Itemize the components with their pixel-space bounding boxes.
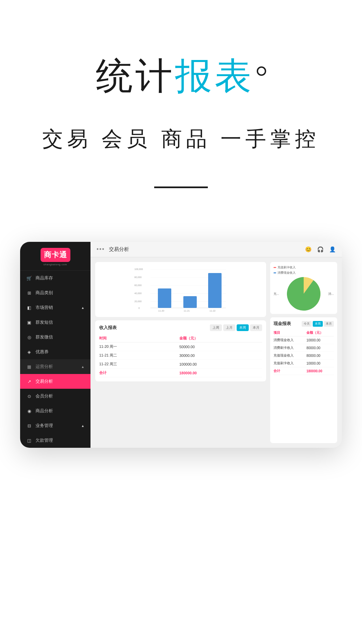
sidebar-item-ops[interactable]: ▦ 运营分析 ▲ (20, 359, 90, 374)
topbar-icons: 😊 🎧 👤 (305, 246, 336, 253)
cash-tab-week[interactable]: 本周 (313, 321, 323, 327)
cell-amount: 30000.00 (179, 351, 262, 360)
bar-chart-svg: 100,000 80,000 60,000 40,000 20,000 0 (99, 266, 262, 313)
svg-text:80,000: 80,000 (134, 276, 142, 278)
cash-tab-group: 今天 本周 本月 (302, 321, 334, 327)
cell-amount: 10000.00 (306, 360, 334, 367)
content-area: 100,000 80,000 60,000 40,000 20,000 0 (90, 257, 342, 448)
tab-last-week[interactable]: 上周 (210, 324, 222, 331)
sidebar-item-coupon[interactable]: ◈ 优惠券 (20, 344, 90, 359)
sidebar-item-label: 业务管理 (36, 423, 53, 429)
menu-dots-icon[interactable]: ••• (97, 246, 105, 253)
income-tab-group: 上周 上月 本周 本月 (210, 324, 262, 331)
legend-label-consume: 消费现金收入 (278, 271, 296, 275)
left-panel: 100,000 80,000 60,000 40,000 20,000 0 (95, 262, 266, 443)
table-row: 11-21 周二 30000.00 (99, 351, 262, 360)
biz-icon: ⊟ (26, 423, 32, 429)
sidebar-item-label: 交易分析 (36, 378, 53, 384)
chevron-up-icon: ▲ (81, 306, 84, 310)
sidebar-item-debt[interactable]: ◫ 欠款管理 (20, 433, 90, 448)
cell-total-label: 合计 (99, 369, 179, 377)
cell-amount: 100000.00 (179, 360, 262, 369)
sidebar-item-goods-analysis[interactable]: ◉ 商品分析 (20, 404, 90, 418)
smile-icon[interactable]: 😊 (305, 246, 312, 253)
logo-text-main: 商卡通 (44, 250, 67, 260)
bar-chart-area: 100,000 80,000 60,000 40,000 20,000 0 (99, 266, 262, 313)
pie-legend: 充值刷卡收入 消费现金收入 (274, 265, 334, 275)
sidebar-item-sms[interactable]: ▣ 群发短信 (20, 315, 90, 330)
income-report-title: 收入报表 (99, 325, 117, 331)
svg-text:20,000: 20,000 (134, 300, 142, 303)
user-icon[interactable]: 👤 (329, 246, 336, 253)
pie-chart-card: 充值刷卡收入 消费现金收入 充... (270, 262, 337, 314)
sidebar-item-goods-category[interactable]: ⊞ 商品类别 (20, 285, 90, 300)
legend-item-consume: 消费现金收入 (274, 271, 334, 275)
debt-icon: ◫ (26, 437, 32, 443)
tab-this-week[interactable]: 本周 (237, 324, 249, 331)
member-icon: ⊙ (26, 393, 32, 399)
chart-icon: ▦ (26, 364, 32, 370)
sidebar-item-label: 群发微信 (36, 334, 53, 340)
cell-date: 11-21 周二 (99, 351, 179, 360)
table-row: 消费现金收入 10000.00 (274, 336, 334, 344)
hero-subtitle: 交易 会员 商品 一手掌控 (0, 125, 362, 153)
svg-text:100,000: 100,000 (134, 268, 143, 270)
hero-section: 统计报表 交易 会员 商品 一手掌控 (0, 0, 362, 228)
sidebar-item-goods-inventory[interactable]: 🛒 商品库存 (20, 271, 90, 285)
sidebar-item-label: 会员分析 (36, 393, 53, 399)
table-row: 充值现金收入 80000.00 (274, 352, 334, 360)
svg-rect-14 (208, 273, 222, 308)
topbar: ••• 交易分析 😊 🎧 👤 (90, 242, 342, 257)
svg-text:0: 0 (138, 307, 140, 309)
cell-total-value: 180000.00 (306, 367, 334, 375)
hero-dot-icon (257, 66, 266, 76)
hero-title: 统计报表 (0, 54, 362, 98)
sidebar-item-biz[interactable]: ⊟ 业务管理 ▲ (20, 418, 90, 433)
dashboard-container: 商卡通 shangkatong.com 🛒 商品库存 ⊞ 商品类别 ◧ 市场营销… (20, 242, 342, 448)
income-report-card: 收入报表 上周 上月 本周 本月 时间 (95, 320, 266, 381)
cell-item: 充值刷卡收入 (274, 360, 306, 367)
col-amount: 金额（元） (306, 329, 334, 336)
svg-rect-12 (158, 288, 171, 308)
sidebar-item-label: 商品库存 (36, 275, 53, 281)
cell-date: 11-22 周三 (99, 360, 179, 369)
svg-text:11-20: 11-20 (158, 310, 164, 312)
report-header: 收入报表 上周 上月 本周 本月 (99, 324, 262, 331)
pie-label-left: 充... (274, 292, 279, 296)
col-amount: 金额（元） (179, 334, 262, 342)
hero-title-part1: 统计 (96, 55, 175, 96)
tab-this-month[interactable]: 本月 (250, 324, 262, 331)
sidebar-item-label: 群发短信 (36, 319, 53, 325)
sidebar-item-label: 欠款管理 (36, 437, 53, 443)
cash-tab-month[interactable]: 本月 (324, 321, 334, 327)
sidebar-item-market[interactable]: ◧ 市场营销 ▲ (20, 300, 90, 315)
hero-divider (154, 186, 208, 188)
svg-text:60,000: 60,000 (134, 284, 142, 286)
col-item: 项目 (274, 329, 306, 336)
sidebar-logo: 商卡通 shangkatong.com (20, 242, 90, 271)
dashboard-wrapper: 商卡通 shangkatong.com 🛒 商品库存 ⊞ 商品类别 ◧ 市场营销… (0, 228, 362, 475)
sidebar-item-label: 商品类别 (36, 290, 53, 296)
sidebar-item-trade[interactable]: ↗ 交易分析 (20, 374, 90, 389)
cash-tab-today[interactable]: 今天 (302, 321, 312, 327)
table-total-row: 合计 180000.00 (274, 367, 334, 375)
cash-report-header: 现金报表 今天 本周 本月 (274, 321, 334, 327)
cell-item: 消费刷卡收入 (274, 344, 306, 352)
headphone-icon[interactable]: 🎧 (317, 246, 324, 253)
shop-icon: 🛒 (26, 275, 32, 281)
hero-title-part2: 报表 (175, 55, 254, 96)
pie-chart-svg (287, 277, 320, 311)
table-total-row: 合计 180000.00 (99, 369, 262, 377)
sidebar-item-member[interactable]: ⊙ 会员分析 (20, 389, 90, 404)
table-row: 11-20 周一 50000.00 (99, 342, 262, 351)
cash-report-title: 现金报表 (274, 321, 291, 327)
legend-dot-consume (274, 272, 276, 273)
sidebar-item-wechat[interactable]: ◎ 群发微信 (20, 330, 90, 344)
sidebar-item-label: 运营分析 (36, 364, 53, 370)
svg-text:11-21: 11-21 (184, 310, 190, 312)
cell-amount: 50000.00 (179, 342, 262, 351)
cash-report-table: 项目 金额（元） 消费现金收入 10000.00 消费刷卡收 (274, 329, 334, 375)
tab-last-month[interactable]: 上月 (223, 324, 235, 331)
message-icon: ▣ (26, 319, 32, 325)
table-row: 消费刷卡收入 80000.00 (274, 344, 334, 352)
